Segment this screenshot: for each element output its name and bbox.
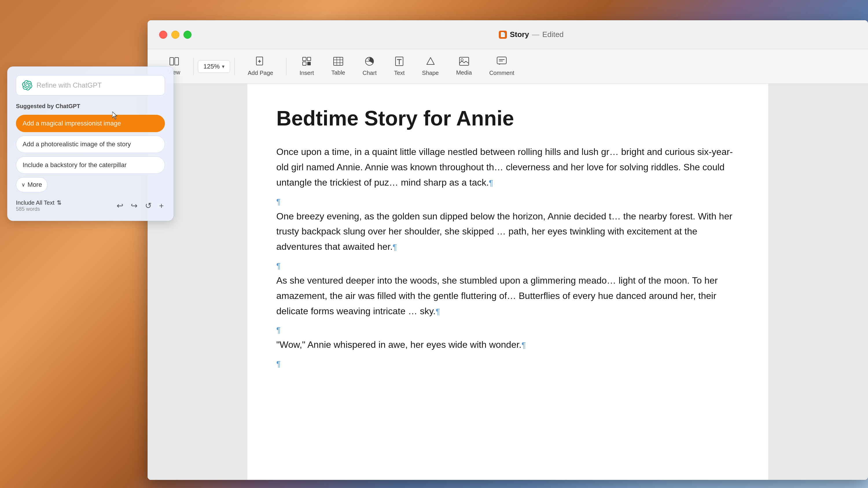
doc-paragraph-2: One breezy evening, as the golden sun di… bbox=[276, 209, 739, 254]
pilcrow-break-4: ¶ bbox=[276, 359, 739, 368]
pilcrow-4: ¶ bbox=[521, 340, 526, 350]
title-bar: 📄 Story — Edited bbox=[148, 20, 868, 49]
doc-paragraph-3: As she ventured deeper into the woods, s… bbox=[276, 273, 739, 319]
pilcrow-break-1: ¶ bbox=[276, 197, 739, 206]
add-page-icon bbox=[256, 57, 265, 67]
suggestion-photorealistic-image[interactable]: Add a photorealistic image of the story bbox=[16, 136, 165, 153]
comment-label: Comment bbox=[489, 70, 515, 76]
shape-label: Shape bbox=[422, 70, 439, 76]
doc-paragraph-1: Once upon a time, in a quaint little vil… bbox=[276, 144, 739, 190]
chatgpt-logo-icon bbox=[22, 80, 32, 91]
text-label: Text bbox=[394, 70, 405, 76]
page-canvas: Bedtime Story for Annie Once upon a time… bbox=[247, 84, 768, 480]
chatgpt-input[interactable]: Refine with ChatGPT bbox=[36, 81, 159, 89]
insert-icon bbox=[302, 57, 311, 67]
toolbar-table[interactable]: Table bbox=[322, 55, 354, 78]
toolbar-insert[interactable]: Insert bbox=[291, 54, 322, 78]
include-all-text-btn[interactable]: Include All Text ⇅ bbox=[16, 199, 62, 206]
doc-paragraph-4: "Wow," Annie whispered in awe, her eyes … bbox=[276, 337, 739, 352]
view-icon bbox=[169, 57, 179, 67]
media-icon bbox=[459, 57, 469, 67]
toolbar-chart[interactable]: Chart bbox=[354, 54, 385, 78]
svg-rect-6 bbox=[307, 57, 311, 61]
toolbar-divider-3 bbox=[286, 58, 286, 75]
edit-status: Edited bbox=[542, 30, 564, 39]
svg-rect-8 bbox=[307, 62, 311, 65]
pilcrow-1: ¶ bbox=[489, 178, 493, 187]
redo-button[interactable]: ↪ bbox=[130, 200, 138, 212]
toolbar: View 125% ▾ Add Page bbox=[148, 49, 868, 84]
text-icon bbox=[395, 57, 403, 67]
table-icon bbox=[333, 57, 343, 67]
table-label: Table bbox=[331, 69, 345, 76]
svg-point-19 bbox=[461, 59, 463, 61]
document-title: Story bbox=[510, 30, 529, 39]
footer-left[interactable]: Include All Text ⇅ 585 words bbox=[16, 199, 62, 212]
traffic-lights bbox=[159, 31, 191, 39]
pilcrow-break-2: ¶ bbox=[276, 261, 739, 270]
suggestion-magical-image[interactable]: Add a magical impressionist image bbox=[16, 115, 165, 132]
include-all-text-label: Include All Text bbox=[16, 199, 54, 206]
add-action-button[interactable]: + bbox=[158, 200, 165, 212]
pages-icon: 📄 bbox=[499, 31, 507, 39]
document-heading: Bedtime Story for Annie bbox=[276, 107, 739, 130]
pilcrow-3: ¶ bbox=[436, 307, 440, 316]
more-chevron-icon: ∨ bbox=[22, 182, 25, 188]
comment-icon bbox=[497, 57, 507, 67]
maximize-button[interactable] bbox=[183, 31, 191, 39]
word-count: 585 words bbox=[16, 206, 62, 212]
zoom-control[interactable]: 125% ▾ bbox=[198, 60, 230, 73]
chatgpt-panel: Refine with ChatGPT Suggested by ChatGPT… bbox=[7, 66, 174, 221]
zoom-arrow-icon: ▾ bbox=[222, 63, 224, 70]
refresh-button[interactable]: ↺ bbox=[144, 200, 153, 212]
panel-footer: Include All Text ⇅ 585 words ↩ ↪ ↺ + bbox=[16, 199, 165, 212]
svg-rect-18 bbox=[460, 57, 469, 65]
more-button[interactable]: ∨ More bbox=[16, 177, 48, 192]
pilcrow-2: ¶ bbox=[393, 242, 397, 252]
footer-actions: ↩ ↪ ↺ + bbox=[116, 200, 165, 212]
include-all-text-icon: ⇅ bbox=[57, 199, 62, 206]
pages-window: 📄 Story — Edited View 125% ▾ bbox=[148, 20, 868, 480]
svg-rect-0 bbox=[170, 58, 174, 65]
minimize-button[interactable] bbox=[171, 31, 179, 39]
title-separator: — bbox=[532, 30, 539, 39]
svg-rect-20 bbox=[497, 57, 506, 64]
svg-rect-7 bbox=[303, 62, 306, 65]
toolbar-media[interactable]: Media bbox=[447, 55, 480, 78]
suggestion-backstory-caterpillar[interactable]: Include a backstory for the caterpillar bbox=[16, 156, 165, 174]
undo-button[interactable]: ↩ bbox=[116, 200, 124, 212]
zoom-value: 125% bbox=[204, 63, 220, 70]
pilcrow-break-3: ¶ bbox=[276, 326, 739, 335]
add-page-label: Add Page bbox=[248, 70, 273, 76]
window-title-center: 📄 Story — Edited bbox=[206, 30, 857, 39]
svg-rect-1 bbox=[175, 58, 179, 65]
toolbar-text[interactable]: Text bbox=[385, 54, 413, 78]
chart-label: Chart bbox=[363, 70, 377, 76]
media-label: Media bbox=[456, 69, 472, 76]
toolbar-comment[interactable]: Comment bbox=[480, 54, 523, 78]
suggested-label: Suggested by ChatGPT bbox=[16, 103, 165, 109]
more-label: More bbox=[28, 181, 42, 189]
svg-rect-9 bbox=[334, 57, 343, 65]
chatgpt-input-row[interactable]: Refine with ChatGPT bbox=[16, 75, 165, 95]
toolbar-shape[interactable]: Shape bbox=[413, 54, 447, 78]
toolbar-add-page[interactable]: Add Page bbox=[239, 54, 282, 78]
insert-label: Insert bbox=[300, 70, 314, 76]
shape-icon bbox=[426, 57, 435, 67]
chart-icon bbox=[365, 57, 374, 67]
document-area[interactable]: Bedtime Story for Annie Once upon a time… bbox=[148, 84, 868, 480]
svg-rect-5 bbox=[303, 57, 306, 61]
close-button[interactable] bbox=[159, 31, 167, 39]
